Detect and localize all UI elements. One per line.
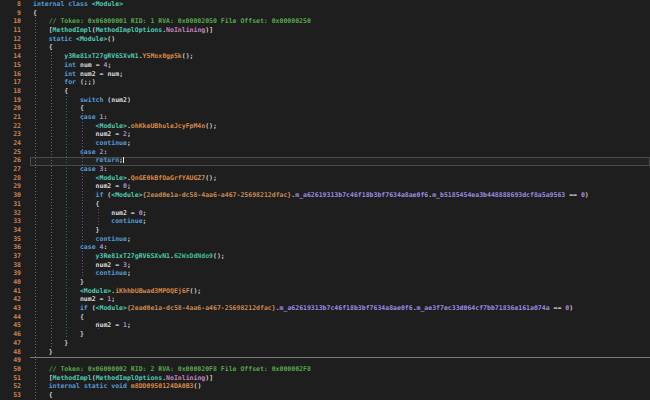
line-number[interactable]: 24: [0, 139, 30, 148]
code-line[interactable]: <Module>.QnGE0kBfOaGrfYAUGZ7();: [33, 174, 650, 183]
line-number[interactable]: 29: [0, 182, 30, 191]
code-token: {2ead0e1a-dc58-4aa6-a467-25698212dfac}: [127, 304, 276, 312]
line-number[interactable]: 33: [0, 217, 30, 226]
code-editor[interactable]: 8910111213141516171819202122232425262728…: [0, 0, 650, 400]
line-number[interactable]: 25: [0, 148, 30, 157]
code-line[interactable]: {: [33, 43, 650, 52]
line-number[interactable]: 45: [0, 321, 30, 330]
code-line[interactable]: internal class <Module>: [33, 0, 650, 9]
line-number[interactable]: 21: [0, 113, 30, 122]
line-number[interactable]: 48: [0, 348, 30, 357]
code-line[interactable]: {: [33, 104, 650, 113]
code-line[interactable]: continue;: [33, 235, 650, 244]
code-line[interactable]: {: [33, 9, 650, 18]
line-number[interactable]: 20: [0, 104, 30, 113]
code-line[interactable]: num2 = 1;: [33, 321, 650, 330]
line-number[interactable]: 44: [0, 313, 30, 322]
code-line[interactable]: num2 = 1;: [33, 295, 650, 304]
code-line[interactable]: [MethodImpl(MethodImplOptions.NoInlining…: [33, 374, 650, 383]
line-number[interactable]: 41: [0, 287, 30, 296]
line-number[interactable]: 26: [0, 156, 30, 165]
line-number[interactable]: 31: [0, 200, 30, 209]
code-line[interactable]: <Module>.ohKkeUBhuleJcyFpM4n();: [33, 122, 650, 131]
code-line[interactable]: internal static void m8DD0950124DA0B3(): [33, 382, 650, 391]
line-number[interactable]: 17: [0, 78, 30, 87]
line-number[interactable]: 28: [0, 174, 30, 183]
code-line[interactable]: {: [33, 200, 650, 209]
line-number[interactable]: 35: [0, 235, 30, 244]
code-line[interactable]: int num = 4;: [33, 61, 650, 70]
line-number[interactable]: 23: [0, 130, 30, 139]
line-number[interactable]: 12: [0, 35, 30, 44]
line-number[interactable]: 14: [0, 52, 30, 61]
code-token: num2: [96, 321, 112, 329]
code-line[interactable]: y3Re81xT27gRV6SXvN1.Y5Mox0gp5k();: [33, 52, 650, 61]
line-number[interactable]: 36: [0, 243, 30, 252]
code-line[interactable]: int num2 = num;: [33, 70, 650, 79]
line-number[interactable]: 52: [0, 382, 30, 391]
line-number-gutter[interactable]: 8910111213141516171819202122232425262728…: [0, 0, 30, 400]
code-line[interactable]: switch (num2): [33, 96, 650, 105]
line-number[interactable]: 34: [0, 226, 30, 235]
code-line[interactable]: num2 = 0;: [33, 182, 650, 191]
code-line[interactable]: {: [33, 313, 650, 322]
code-line[interactable]: }: [33, 348, 650, 357]
code-line[interactable]: }: [33, 278, 650, 287]
line-number[interactable]: 27: [0, 165, 30, 174]
line-number[interactable]: 32: [0, 209, 30, 218]
code-line[interactable]: return;: [33, 156, 650, 165]
line-number[interactable]: 38: [0, 261, 30, 270]
code-line[interactable]: if (<Module>{2ead0e1a-dc58-4aa6-a467-256…: [33, 191, 650, 200]
code-line[interactable]: case 2:: [33, 148, 650, 157]
code-line[interactable]: }: [33, 330, 650, 339]
code-line[interactable]: {: [33, 391, 650, 400]
line-number[interactable]: 40: [0, 278, 30, 287]
code-line[interactable]: num2 = 3;: [33, 261, 650, 270]
code-line[interactable]: for (;;): [33, 78, 650, 87]
code-token: internal: [33, 0, 64, 8]
code-line[interactable]: continue;: [33, 139, 650, 148]
line-number[interactable]: 19: [0, 96, 30, 105]
line-number[interactable]: 15: [0, 61, 30, 70]
line-number[interactable]: 10: [0, 17, 30, 26]
line-number[interactable]: 13: [0, 43, 30, 52]
line-number[interactable]: 30: [0, 191, 30, 200]
code-line[interactable]: continue;: [33, 269, 650, 278]
code-token: num2: [111, 209, 127, 217]
line-number[interactable]: 39: [0, 269, 30, 278]
code-line[interactable]: y3Re81xT27gRV6SXvN1.62WxDdNdo9();: [33, 252, 650, 261]
line-number[interactable]: 50: [0, 365, 30, 374]
code-line[interactable]: }: [33, 339, 650, 348]
line-number[interactable]: 47: [0, 339, 30, 348]
line-number[interactable]: 18: [0, 87, 30, 96]
code-line[interactable]: num2 = 0;: [33, 209, 650, 218]
code-line[interactable]: continue;: [33, 217, 650, 226]
line-number[interactable]: 53: [0, 391, 30, 400]
code-line[interactable]: static <Module>(): [33, 35, 650, 44]
code-area[interactable]: internal class <Module>{// Token: 0x0600…: [30, 0, 650, 400]
line-number[interactable]: 22: [0, 122, 30, 131]
code-line[interactable]: }: [33, 226, 650, 235]
code-token: <Module>: [96, 174, 127, 182]
code-line[interactable]: case 4:: [33, 243, 650, 252]
code-line[interactable]: num2 = 2;: [33, 130, 650, 139]
code-line[interactable]: {: [33, 87, 650, 96]
code-token: ;: [127, 321, 131, 329]
line-number[interactable]: 9: [0, 9, 30, 18]
line-number[interactable]: 46: [0, 330, 30, 339]
code-line[interactable]: // Token: 0x06000001 RID: 1 RVA: 0x00002…: [33, 17, 650, 26]
line-number[interactable]: 8: [0, 0, 30, 9]
code-line[interactable]: case 3:: [33, 165, 650, 174]
code-line[interactable]: if (<Module>{2ead0e1a-dc58-4aa6-a467-256…: [33, 304, 650, 313]
line-number[interactable]: 37: [0, 252, 30, 261]
code-line[interactable]: case 1:: [33, 113, 650, 122]
code-line[interactable]: <Module>.iKhhbUBwad3MPOQEj6F();: [33, 287, 650, 296]
code-line[interactable]: [MethodImpl(MethodImplOptions.NoInlining…: [33, 26, 650, 35]
line-number[interactable]: 49: [0, 356, 30, 365]
line-number[interactable]: 43: [0, 304, 30, 313]
line-number[interactable]: 42: [0, 295, 30, 304]
line-number[interactable]: 11: [0, 26, 30, 35]
code-line[interactable]: // Token: 0x06000002 RID: 2 RVA: 0x00002…: [33, 365, 650, 374]
line-number[interactable]: 51: [0, 374, 30, 383]
line-number[interactable]: 16: [0, 70, 30, 79]
